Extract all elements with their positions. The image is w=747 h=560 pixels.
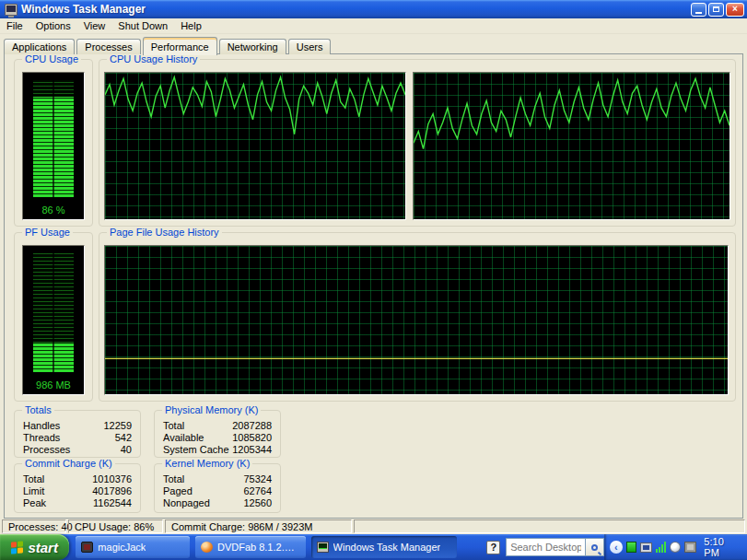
maximize-button[interactable] bbox=[708, 3, 724, 17]
cpu-usage-led-bar bbox=[33, 80, 74, 197]
signal-strength-icon[interactable] bbox=[656, 542, 666, 553]
tab-users[interactable]: Users bbox=[288, 39, 332, 54]
stat-row: Processes40 bbox=[15, 443, 140, 455]
pf-usage-group: PF Usage 986 MB bbox=[14, 232, 93, 402]
kernel-memory-group: Kernel Memory (K) Total75324 Paged62764 … bbox=[154, 463, 281, 513]
pf-usage-value: 986 MB bbox=[23, 379, 84, 391]
physical-memory-group: Physical Memory (K) Total2087288 Availab… bbox=[154, 410, 281, 458]
cpu2-history-graph bbox=[413, 72, 730, 220]
cpu1-history-graph bbox=[104, 72, 406, 220]
stat-row: Handles12259 bbox=[15, 419, 140, 431]
stat-row: Total75324 bbox=[155, 472, 280, 484]
menu-bar: File Options View Shut Down Help bbox=[0, 18, 747, 34]
totals-group: Totals Handles12259 Threads542 Processes… bbox=[14, 410, 141, 458]
status-bar: Processes: 40 CPU Usage: 86% Commit Char… bbox=[0, 519, 747, 534]
close-icon: × bbox=[732, 5, 738, 14]
cpu-meter-tray-icon[interactable] bbox=[626, 542, 637, 553]
stat-row: Paged62764 bbox=[155, 484, 280, 496]
pf-usage-group-label: PF Usage bbox=[22, 227, 73, 238]
taskbar-button-task-manager[interactable]: Windows Task Manager bbox=[311, 536, 458, 558]
task-manager-taskbar-icon bbox=[317, 542, 329, 553]
status-commit-charge: Commit Charge: 986M / 3923M bbox=[165, 519, 352, 533]
window-title: Windows Task Manager bbox=[21, 3, 691, 16]
close-button[interactable]: × bbox=[726, 3, 744, 17]
commit-charge-group: Commit Charge (K) Total1010376 Limit4017… bbox=[14, 463, 141, 513]
taskbar-button-magicjack[interactable]: magicJack bbox=[76, 536, 190, 558]
maximize-icon bbox=[713, 6, 719, 12]
page-file-history-graph bbox=[104, 245, 729, 395]
task-manager-icon bbox=[5, 4, 18, 16]
kernel-memory-label: Kernel Memory (K) bbox=[162, 458, 252, 469]
start-button[interactable]: start bbox=[0, 534, 69, 560]
stat-row: Threads542 bbox=[15, 431, 140, 443]
stat-row: System Cache1205344 bbox=[155, 443, 280, 455]
status-filler bbox=[354, 519, 745, 533]
tray-collapse-chevron-icon[interactable]: ‹ bbox=[610, 541, 623, 554]
system-tray: ‹ 5:10 PM bbox=[604, 534, 747, 560]
sphere-tray-icon[interactable] bbox=[670, 542, 681, 553]
desktop: Windows Task Manager × File Options View… bbox=[0, 0, 747, 560]
cpu-usage-group-label: CPU Usage bbox=[22, 53, 81, 64]
cpu-usage-gauge: 86 % bbox=[22, 72, 85, 220]
performance-tab-page: CPU Usage 86 % CPU Usage History PF Usag… bbox=[4, 53, 743, 519]
network-tray-icon[interactable] bbox=[640, 542, 652, 553]
taskbar: start magicJack DVDFab 8.1.2.7 (13/... W… bbox=[0, 534, 747, 560]
status-processes: Processes: 40 bbox=[2, 519, 66, 533]
help-icon[interactable]: ? bbox=[486, 541, 500, 554]
display-tray-icon[interactable] bbox=[684, 542, 697, 553]
stat-row: Available1085820 bbox=[155, 431, 280, 443]
tab-networking[interactable]: Networking bbox=[219, 39, 286, 54]
cpu-history-group: CPU Usage History bbox=[99, 59, 736, 227]
page-file-history-group: Page File Usage History bbox=[99, 232, 736, 402]
clock[interactable]: 5:10 PM bbox=[704, 536, 741, 558]
search-button[interactable] bbox=[585, 538, 604, 556]
minimize-icon bbox=[695, 12, 702, 14]
minimize-button[interactable] bbox=[691, 3, 706, 17]
status-cpu-usage: CPU Usage: 86% bbox=[68, 519, 163, 533]
caption-buttons: × bbox=[691, 3, 744, 17]
menu-view[interactable]: View bbox=[77, 19, 112, 32]
stat-row: Total1010376 bbox=[15, 472, 140, 484]
stat-row: Peak1162544 bbox=[15, 496, 140, 508]
stat-row: Total2087288 bbox=[155, 419, 280, 431]
pf-usage-led-bar bbox=[33, 253, 74, 372]
tab-processes[interactable]: Processes bbox=[76, 39, 140, 54]
stat-row: Limit4017896 bbox=[15, 484, 140, 496]
tab-applications[interactable]: Applications bbox=[4, 39, 75, 54]
search-input[interactable] bbox=[506, 538, 585, 556]
menu-shutdown[interactable]: Shut Down bbox=[111, 19, 174, 32]
tab-strip: Applications Processes Performance Netwo… bbox=[4, 37, 333, 54]
commit-charge-label: Commit Charge (K) bbox=[22, 458, 115, 469]
magicjack-icon bbox=[81, 542, 93, 553]
stat-row: Nonpaged12560 bbox=[155, 496, 280, 508]
dvdfab-icon bbox=[201, 542, 213, 553]
cpu-usage-group: CPU Usage 86 % bbox=[14, 59, 93, 227]
menu-file[interactable]: File bbox=[0, 19, 29, 32]
totals-label: Totals bbox=[22, 404, 54, 415]
menu-help[interactable]: Help bbox=[174, 19, 208, 32]
pf-usage-gauge: 986 MB bbox=[22, 245, 85, 395]
magnifier-icon bbox=[591, 544, 598, 551]
page-file-history-label: Page File Usage History bbox=[107, 227, 222, 238]
title-bar[interactable]: Windows Task Manager × bbox=[0, 0, 747, 18]
windows-flag-icon bbox=[11, 541, 23, 554]
tab-performance[interactable]: Performance bbox=[143, 37, 217, 55]
desktop-search bbox=[506, 538, 604, 556]
taskbar-button-dvdfab[interactable]: DVDFab 8.1.2.7 (13/... bbox=[195, 536, 306, 558]
cpu-usage-value: 86 % bbox=[23, 204, 84, 216]
physical-memory-label: Physical Memory (K) bbox=[162, 404, 261, 415]
start-label: start bbox=[28, 540, 58, 555]
menu-options[interactable]: Options bbox=[29, 19, 77, 32]
